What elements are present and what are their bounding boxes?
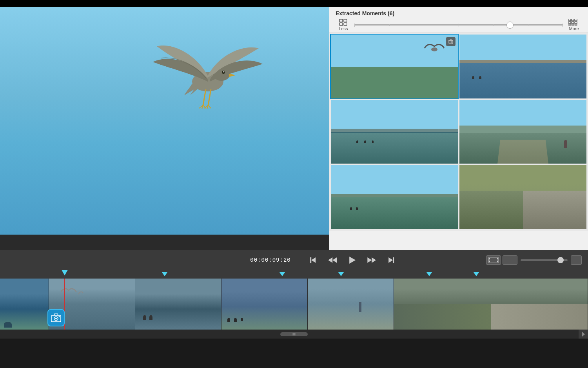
trash-icon: [448, 39, 453, 44]
moments-slider-track[interactable]: [354, 21, 563, 29]
svg-point-46: [55, 318, 57, 319]
svg-marker-48: [582, 332, 585, 337]
camera-icon: [51, 313, 61, 322]
svg-marker-30: [328, 257, 332, 263]
timeline-thumb-6[interactable]: [394, 279, 588, 330]
svg-marker-29: [311, 257, 316, 263]
moment-thumb-3[interactable]: [331, 100, 458, 164]
timeline-thumb-1[interactable]: [0, 279, 49, 330]
less-label: Less: [339, 26, 348, 31]
moment-thumb-1[interactable]: [331, 35, 458, 98]
timeline-bottom-bar: [0, 330, 588, 339]
marker-5: [474, 272, 479, 276]
timeline-thumb-4[interactable]: [221, 279, 308, 330]
video-bottom-bar: [0, 235, 329, 250]
svg-rect-16: [575, 22, 577, 24]
camera-snapshot-icon[interactable]: [47, 309, 65, 326]
slider-track-bg: [354, 24, 563, 26]
svg-rect-40: [489, 258, 490, 259]
svg-marker-28: [310, 257, 311, 263]
svg-rect-8: [344, 19, 347, 22]
timeline-markers: [0, 270, 588, 279]
more-icon: [568, 19, 579, 26]
tl2-birds: [61, 284, 92, 300]
moment-thumb-2[interactable]: [459, 35, 586, 98]
size-slider-container: [521, 259, 568, 261]
playhead-triangle: [62, 270, 68, 275]
svg-marker-35: [388, 257, 393, 263]
svg-point-20: [431, 47, 437, 51]
slider-thumb[interactable]: [506, 22, 514, 29]
seagull-container: [149, 23, 274, 133]
svg-point-47: [59, 316, 60, 317]
svg-rect-12: [572, 19, 574, 21]
svg-marker-33: [367, 257, 372, 263]
svg-marker-32: [349, 257, 356, 264]
top-bar: [0, 0, 588, 7]
timecode: 00:00:09:20: [247, 257, 294, 263]
svg-line-3: [203, 89, 206, 105]
timeline-scrollbar[interactable]: [280, 332, 308, 336]
svg-rect-9: [339, 23, 343, 26]
moments-panel: Extracted Moments (6) Less: [329, 7, 588, 250]
skip-to-end-button[interactable]: [386, 255, 397, 266]
marker-3: [338, 272, 344, 276]
more-label: More: [569, 26, 579, 31]
timeline-strip: [0, 279, 588, 330]
svg-marker-36: [393, 257, 394, 263]
filmstrip-icon: [488, 257, 499, 263]
seagull-svg: [149, 23, 267, 125]
filmstrip-view-button[interactable]: [486, 255, 501, 265]
svg-rect-19: [575, 24, 577, 26]
svg-rect-37: [488, 257, 499, 263]
svg-rect-13: [575, 19, 577, 21]
moments-grid: [329, 33, 588, 231]
main-content: Extracted Moments (6) Less: [0, 7, 588, 250]
rewind-button[interactable]: [327, 255, 338, 266]
transport-bar: 00:00:09:20: [0, 250, 588, 270]
moment-delete-btn-1[interactable]: [446, 37, 456, 46]
size-slider-track[interactable]: [521, 259, 568, 261]
arrow-right-icon: [581, 332, 585, 337]
moments-slider-row: Less: [336, 19, 582, 31]
svg-marker-34: [372, 257, 376, 263]
play-button[interactable]: [347, 255, 358, 266]
svg-rect-17: [568, 24, 571, 26]
svg-line-4: [208, 89, 211, 105]
svg-rect-18: [572, 24, 574, 26]
fast-forward-button[interactable]: [366, 255, 377, 266]
more-icon-group: More: [566, 19, 582, 31]
svg-rect-43: [497, 261, 498, 262]
moment-thumb-5[interactable]: [331, 165, 458, 229]
marker-2: [279, 272, 285, 276]
less-icon: [339, 19, 348, 26]
less-icon-group: Less: [336, 19, 351, 31]
video-preview: [0, 7, 329, 250]
slider-ticks: [354, 24, 563, 26]
size-slider-thumb[interactable]: [557, 257, 564, 263]
svg-rect-41: [489, 261, 490, 262]
timeline-arrow-right[interactable]: [579, 330, 588, 339]
skip-to-start-button[interactable]: [307, 255, 318, 266]
timeline-thumb-5[interactable]: [308, 279, 394, 330]
svg-marker-31: [332, 257, 337, 263]
svg-rect-42: [497, 258, 498, 259]
svg-rect-10: [344, 23, 347, 26]
svg-rect-11: [568, 19, 571, 21]
svg-rect-15: [572, 22, 574, 24]
svg-point-6: [223, 71, 225, 73]
clip-box-button[interactable]: [571, 255, 582, 265]
video-frame: [0, 7, 329, 235]
svg-rect-14: [568, 22, 571, 24]
marker-4: [426, 272, 432, 276]
moment-thumb-4[interactable]: [459, 100, 586, 164]
moment-thumb-6[interactable]: [459, 165, 586, 229]
moments-title: Extracted Moments (6): [336, 10, 582, 16]
marker-1: [162, 272, 167, 276]
clip-view-button[interactable]: [503, 255, 517, 265]
moments-header: Extracted Moments (6) Less: [329, 7, 588, 33]
svg-rect-21: [449, 40, 453, 44]
timeline-area: [0, 270, 588, 339]
svg-rect-7: [339, 19, 343, 22]
timeline-thumb-3[interactable]: [135, 279, 221, 330]
